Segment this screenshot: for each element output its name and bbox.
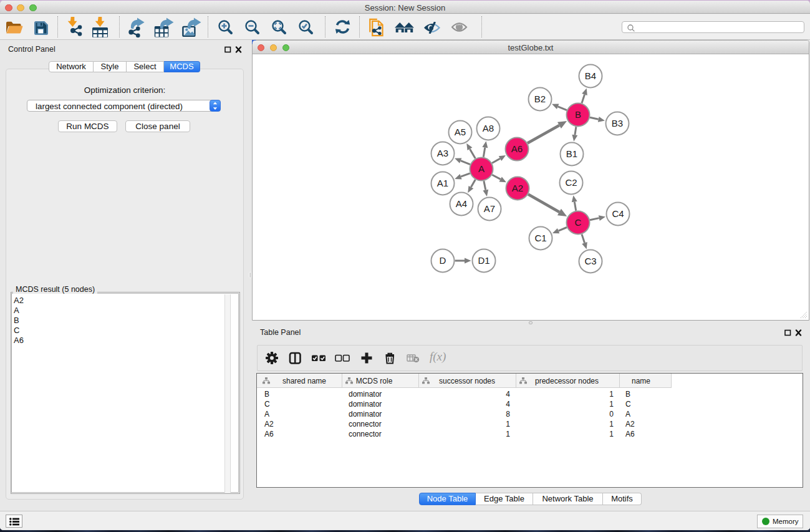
- svg-text:B2: B2: [534, 94, 546, 104]
- svg-text:C2: C2: [565, 177, 577, 188]
- svg-text:A3: A3: [437, 148, 448, 158]
- svg-text:D: D: [440, 255, 446, 266]
- svg-text:B: B: [575, 109, 581, 120]
- svg-text:B4: B4: [585, 70, 596, 81]
- svg-text:A7: A7: [484, 203, 495, 214]
- svg-text:A5: A5: [455, 127, 466, 137]
- svg-text:A1: A1: [437, 178, 448, 188]
- svg-text:B1: B1: [566, 148, 577, 159]
- svg-text:C4: C4: [612, 208, 624, 219]
- svg-text:A6: A6: [511, 143, 523, 154]
- svg-text:C: C: [575, 217, 582, 228]
- svg-text:C3: C3: [584, 256, 596, 266]
- svg-text:B3: B3: [612, 118, 623, 128]
- svg-text:D1: D1: [478, 255, 489, 266]
- svg-text:A: A: [478, 163, 485, 174]
- svg-text:A2: A2: [512, 183, 523, 193]
- svg-text:A4: A4: [456, 198, 467, 209]
- svg-text:A8: A8: [483, 123, 494, 133]
- svg-text:C1: C1: [534, 233, 546, 243]
